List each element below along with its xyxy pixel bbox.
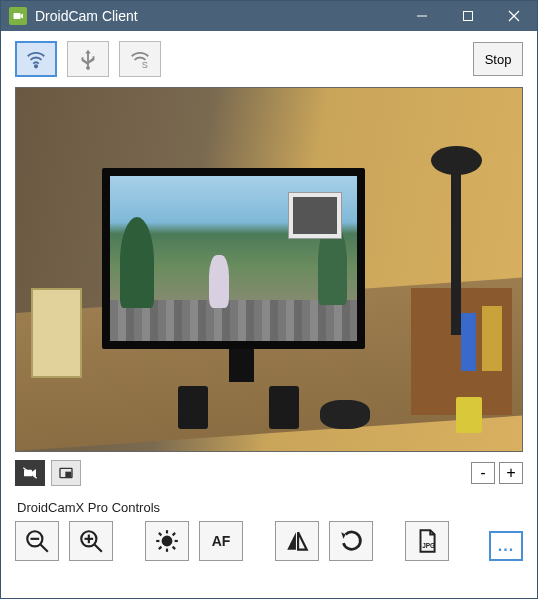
rotate-button[interactable] <box>329 521 373 561</box>
svg-line-25 <box>159 547 161 549</box>
zoom-out-button[interactable]: - <box>471 462 495 484</box>
video-controls-row: - + <box>15 460 523 486</box>
zoom-in-button[interactable]: + <box>499 462 523 484</box>
svg-rect-0 <box>14 13 21 19</box>
maximize-button[interactable] <box>445 1 491 31</box>
wifi-button[interactable] <box>15 41 57 77</box>
magnify-out-button[interactable] <box>15 521 59 561</box>
svg-point-18 <box>163 537 172 546</box>
pip-button[interactable] <box>51 460 81 486</box>
app-icon <box>9 7 27 25</box>
magnify-in-button[interactable] <box>69 521 113 561</box>
pro-controls-label: DroidCamX Pro Controls <box>17 500 523 515</box>
svg-text:S: S <box>142 60 148 70</box>
window-title: DroidCam Client <box>35 8 399 24</box>
pro-toolbar: AF JPG ... <box>15 521 523 565</box>
content-area: S Stop <box>1 31 537 598</box>
titlebar: DroidCam Client <box>1 1 537 31</box>
brightness-button[interactable] <box>145 521 189 561</box>
minimize-button[interactable] <box>399 1 445 31</box>
usb-button[interactable] <box>67 41 109 77</box>
svg-line-26 <box>173 533 175 535</box>
preview-image <box>16 88 522 451</box>
svg-line-23 <box>159 533 161 535</box>
mirror-button[interactable] <box>275 521 319 561</box>
zoom-controls: - + <box>471 462 523 484</box>
stop-button[interactable]: Stop <box>473 42 523 76</box>
autofocus-button[interactable]: AF <box>199 521 243 561</box>
svg-text:JPG: JPG <box>422 542 435 549</box>
connection-toolbar: S Stop <box>15 41 523 77</box>
video-preview <box>15 87 523 452</box>
svg-line-15 <box>94 544 102 552</box>
svg-line-12 <box>40 544 48 552</box>
app-window: DroidCam Client S Stop <box>0 0 538 599</box>
svg-line-24 <box>173 547 175 549</box>
window-controls <box>399 1 537 31</box>
more-button[interactable]: ... <box>489 531 523 561</box>
svg-rect-2 <box>464 12 473 21</box>
mute-video-button[interactable] <box>15 460 45 486</box>
svg-point-5 <box>35 65 37 67</box>
svg-rect-10 <box>66 472 71 476</box>
wifi-server-button[interactable]: S <box>119 41 161 77</box>
save-jpg-button[interactable]: JPG <box>405 521 449 561</box>
close-button[interactable] <box>491 1 537 31</box>
